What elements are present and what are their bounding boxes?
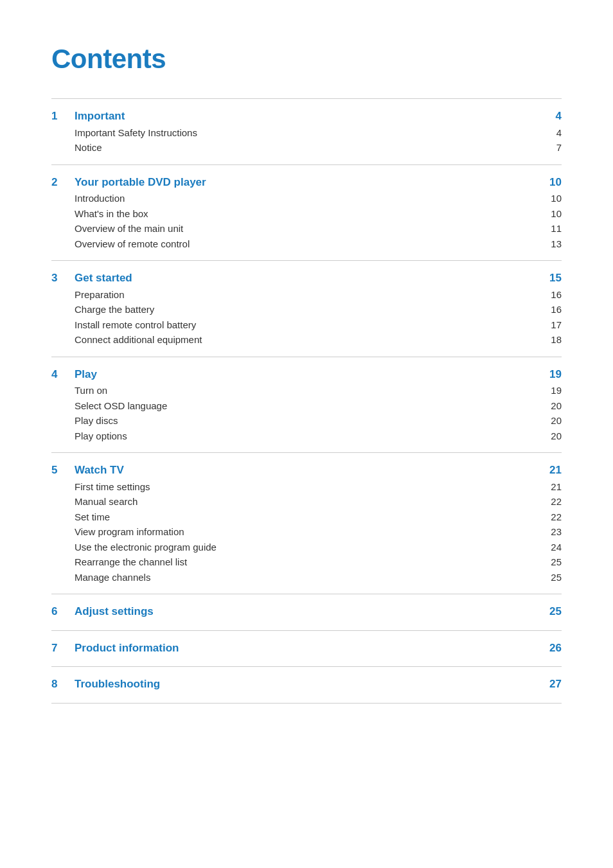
toc-section-page: 4 [542, 108, 562, 125]
toc-subsection-page: 18 [542, 333, 562, 348]
toc-main-row: 8Troubleshooting27 [51, 676, 562, 693]
toc-section-page: 26 [542, 640, 562, 657]
toc-sub-row: Set time22 [51, 510, 562, 525]
toc-section-title[interactable]: Watch TV [75, 462, 542, 479]
toc-subsection-title[interactable]: Rearrange the channel list [75, 555, 542, 570]
toc-sub-row: Use the electronic program guide24 [51, 540, 562, 555]
toc-subsection-page: 11 [542, 222, 562, 236]
page-wrapper: Contents 1Important4Important Safety Ins… [51, 39, 562, 868]
toc-subsection-title[interactable]: First time settings [75, 480, 542, 495]
toc-container: 1Important4Important Safety Instructions… [51, 98, 562, 704]
page-title: Contents [51, 39, 562, 79]
toc-sub-row: Overview of remote control13 [51, 237, 562, 252]
toc-subsection-page: 7 [542, 141, 562, 155]
toc-main-row: 7Product information26 [51, 640, 562, 657]
toc-sub-row: Rearrange the channel list25 [51, 555, 562, 570]
toc-subsection-title[interactable]: Overview of remote control [75, 237, 542, 252]
toc-section-page: 15 [542, 270, 562, 287]
toc-sub-row: Connect additional equipment18 [51, 333, 562, 348]
toc-subsection-page: 20 [542, 429, 562, 444]
toc-subsection-page: 13 [542, 237, 562, 252]
toc-section-number: 2 [51, 174, 75, 191]
toc-subsection-page: 25 [542, 571, 562, 585]
toc-subsection-title[interactable]: Important Safety Instructions [75, 126, 542, 141]
toc-section-page: 21 [542, 462, 562, 479]
toc-subsection-page: 17 [542, 318, 562, 333]
toc-section: 7Product information26 [51, 630, 562, 667]
toc-section: 4Play19Turn on19Select OSD language20Pla… [51, 357, 562, 453]
toc-subsection-page: 22 [542, 495, 562, 509]
toc-subsection-title[interactable]: What's in the box [75, 207, 542, 222]
toc-section-page: 27 [542, 676, 562, 693]
toc-subsection-title[interactable]: Turn on [75, 384, 542, 398]
toc-subsection-page: 10 [542, 191, 562, 206]
toc-sub-row: Install remote control battery17 [51, 318, 562, 333]
toc-subsection-page: 10 [542, 207, 562, 222]
toc-subsection-title[interactable]: Overview of the main unit [75, 222, 542, 236]
toc-sub-row: Preparation16 [51, 288, 562, 303]
toc-main-row: 4Play19 [51, 366, 562, 383]
toc-section-page: 10 [542, 174, 562, 191]
toc-sub-row: Overview of the main unit11 [51, 222, 562, 236]
toc-subsection-title[interactable]: Use the electronic program guide [75, 540, 542, 555]
toc-subsection-title[interactable]: Connect additional equipment [75, 333, 542, 348]
toc-section-number: 4 [51, 366, 75, 383]
toc-section: 8Troubleshooting27 [51, 666, 562, 704]
toc-section: 5Watch TV21First time settings21Manual s… [51, 452, 562, 594]
toc-sub-row: Select OSD language20 [51, 399, 562, 414]
toc-section: 1Important4Important Safety Instructions… [51, 98, 562, 164]
toc-sub-row: Important Safety Instructions4 [51, 126, 562, 141]
toc-sub-row: Manual search22 [51, 495, 562, 509]
toc-subsection-title[interactable]: Select OSD language [75, 399, 542, 414]
toc-section-number: 7 [51, 640, 75, 657]
toc-subsection-page: 4 [542, 126, 562, 141]
toc-subsection-title[interactable]: Preparation [75, 288, 542, 303]
toc-subsection-title[interactable]: Charge the battery [75, 303, 542, 317]
toc-sub-row: Charge the battery16 [51, 303, 562, 317]
toc-main-row: 5Watch TV21 [51, 462, 562, 479]
toc-section-title[interactable]: Adjust settings [75, 603, 542, 620]
toc-main-row: 1Important4 [51, 108, 562, 125]
toc-section-title[interactable]: Play [75, 366, 542, 383]
toc-section-title[interactable]: Get started [75, 270, 542, 287]
toc-section-number: 3 [51, 270, 75, 287]
toc-subsection-page: 21 [542, 480, 562, 495]
toc-subsection-page: 16 [542, 303, 562, 317]
toc-section-number: 8 [51, 676, 75, 693]
toc-subsection-title[interactable]: Play discs [75, 414, 542, 429]
toc-subsection-page: 20 [542, 414, 562, 429]
toc-subsection-title[interactable]: Introduction [75, 191, 542, 206]
toc-section-page: 19 [542, 366, 562, 383]
toc-subsection-title[interactable]: Set time [75, 510, 542, 525]
toc-main-row: 2Your portable DVD player10 [51, 174, 562, 191]
toc-sub-row: View program information23 [51, 525, 562, 540]
toc-subsection-title[interactable]: Manual search [75, 495, 542, 509]
toc-sub-row: What's in the box10 [51, 207, 562, 222]
toc-section-page: 25 [542, 603, 562, 620]
toc-subsection-title[interactable]: View program information [75, 525, 542, 540]
toc-sub-row: Play discs20 [51, 414, 562, 429]
toc-section-number: 6 [51, 603, 75, 620]
toc-subsection-page: 25 [542, 555, 562, 570]
toc-subsection-page: 22 [542, 510, 562, 525]
toc-main-row: 6Adjust settings25 [51, 603, 562, 620]
toc-main-row: 3Get started15 [51, 270, 562, 287]
toc-section: 2Your portable DVD player10Introduction1… [51, 164, 562, 261]
toc-sub-row: Introduction10 [51, 191, 562, 206]
toc-subsection-page: 19 [542, 384, 562, 398]
toc-section-title[interactable]: Important [75, 108, 542, 125]
toc-sub-row: Notice7 [51, 141, 562, 155]
toc-subsection-page: 23 [542, 525, 562, 540]
toc-subsection-title[interactable]: Manage channels [75, 571, 542, 585]
toc-subsection-page: 24 [542, 540, 562, 555]
toc-section-title[interactable]: Troubleshooting [75, 676, 542, 693]
toc-section-title[interactable]: Product information [75, 640, 542, 657]
toc-subsection-title[interactable]: Play options [75, 429, 542, 444]
toc-section-title[interactable]: Your portable DVD player [75, 174, 542, 191]
toc-section-number: 1 [51, 108, 75, 125]
toc-subsection-page: 20 [542, 399, 562, 414]
toc-sub-row: Turn on19 [51, 384, 562, 398]
toc-subsection-title[interactable]: Notice [75, 141, 542, 155]
toc-subsection-title[interactable]: Install remote control battery [75, 318, 542, 333]
toc-sub-row: Manage channels25 [51, 571, 562, 585]
